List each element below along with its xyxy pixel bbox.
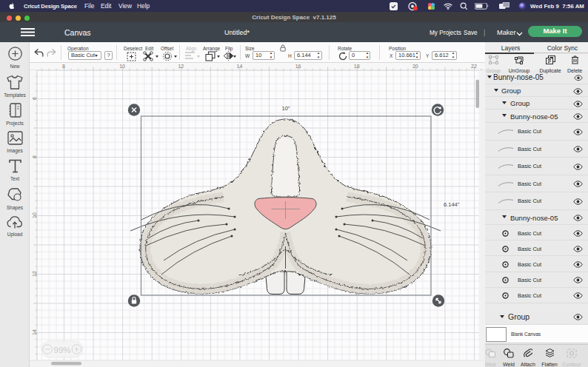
svg-text:18: 18 [354,64,360,69]
svg-text:8: 8 [32,155,37,158]
svg-text:16: 16 [295,64,301,69]
svg-text:10: 10 [119,64,125,69]
svg-text:6.144": 6.144" [444,201,460,208]
svg-text:99%: 99% [53,346,70,354]
svg-text:12: 12 [178,64,184,69]
svg-text:8: 8 [62,64,65,69]
svg-text:6: 6 [32,97,37,100]
svg-text:10": 10" [281,105,290,112]
svg-text:10: 10 [32,212,37,218]
svg-text:14: 14 [237,64,243,69]
svg-text:20: 20 [412,64,418,69]
svg-text:12: 12 [32,271,37,277]
svg-text:22: 22 [471,64,477,69]
svg-text:14: 14 [32,329,37,335]
